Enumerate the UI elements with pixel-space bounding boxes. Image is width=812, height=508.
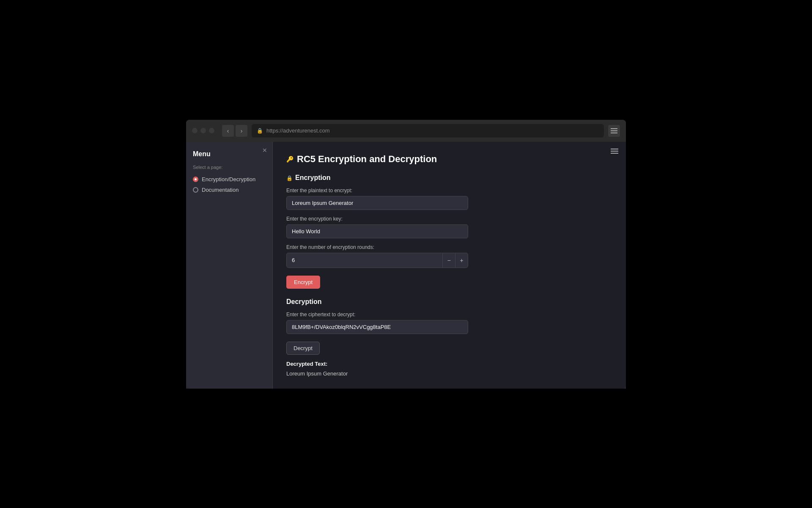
page-header: 🔑 RC5 Encryption and Decryption — [286, 154, 612, 165]
radio-encryption-decryption — [193, 177, 198, 182]
browser-content: ✕ Menu Select a page: Encryption/Decrypt… — [186, 142, 626, 389]
ciphertext-label: Enter the ciphertext to decrypt: — [286, 312, 612, 318]
radio-documentation — [193, 187, 198, 193]
sidebar-item-encryption-decryption[interactable]: Encryption/Decryption — [193, 174, 266, 185]
encryption-section-title: 🔒Encryption — [286, 174, 612, 182]
plaintext-label: Enter the plaintext to encrypt: — [286, 188, 612, 193]
hamburger-line-1 — [611, 149, 618, 149]
hamburger-menu-button[interactable] — [609, 147, 620, 155]
menu-line-2 — [611, 130, 617, 131]
encryption-section: 🔒Encryption Enter the plaintext to encry… — [286, 174, 612, 289]
sidebar-title: Menu — [193, 150, 266, 158]
sidebar-item-label-encryption: Encryption/Decryption — [202, 176, 255, 182]
browser-menu-button[interactable] — [608, 125, 620, 137]
rounds-increment-button[interactable]: + — [455, 253, 468, 268]
plaintext-input[interactable] — [286, 196, 468, 210]
address-bar[interactable]: 🔒 https://adventurenest.com — [252, 124, 604, 138]
sidebar-select-label: Select a page: — [193, 165, 266, 170]
decrypted-text-label: Decrypted Text: — [286, 361, 612, 367]
rounds-label: Enter the number of encryption rounds: — [286, 244, 612, 250]
decrypt-button[interactable]: Decrypt — [286, 342, 320, 355]
sidebar: ✕ Menu Select a page: Encryption/Decrypt… — [186, 142, 273, 389]
menu-line-3 — [611, 133, 617, 133]
forward-button[interactable]: › — [236, 125, 247, 137]
decryption-section-title: Decryption — [286, 298, 612, 306]
url-protocol: https:// — [266, 127, 283, 134]
rounds-group: Enter the number of encryption rounds: −… — [286, 244, 612, 268]
key-input[interactable] — [286, 224, 468, 238]
decrypted-text-value: Loreum Ipsum Generator — [286, 370, 612, 377]
sidebar-close-button[interactable]: ✕ — [262, 147, 267, 154]
menu-line-1 — [611, 128, 617, 129]
nav-buttons: ‹ › — [222, 125, 247, 137]
url-text: https://adventurenest.com — [266, 127, 330, 134]
sidebar-item-label-documentation: Documentation — [202, 187, 239, 193]
sidebar-item-documentation[interactable]: Documentation — [193, 185, 266, 195]
close-traffic-light[interactable] — [192, 128, 198, 133]
back-button[interactable]: ‹ — [222, 125, 234, 137]
key-label: Enter the encryption key: — [286, 216, 612, 222]
encryption-section-icon: 🔒 — [286, 175, 293, 181]
maximize-traffic-light[interactable] — [209, 128, 214, 133]
traffic-lights — [192, 128, 214, 133]
page-header-icon: 🔑 — [286, 156, 294, 163]
lock-icon: 🔒 — [257, 128, 263, 134]
plaintext-group: Enter the plaintext to encrypt: — [286, 188, 612, 210]
rounds-input[interactable] — [287, 254, 442, 267]
browser-titlebar: ‹ › 🔒 https://adventurenest.com — [186, 120, 626, 142]
decryption-section: Decryption Enter the ciphertext to decry… — [286, 298, 612, 377]
minimize-traffic-light[interactable] — [200, 128, 206, 133]
encrypt-button[interactable]: Encrypt — [286, 276, 320, 289]
main-content: 🔑 RC5 Encryption and Decryption 🔒Encrypt… — [273, 142, 626, 389]
hamburger-line-2 — [611, 151, 618, 152]
rounds-input-wrapper: − + — [286, 253, 468, 268]
page-title: RC5 Encryption and Decryption — [297, 154, 437, 165]
url-domain: adventurenest.com — [283, 127, 330, 134]
ciphertext-group: Enter the ciphertext to decrypt: — [286, 312, 612, 334]
hamburger-line-3 — [611, 153, 618, 154]
key-group: Enter the encryption key: — [286, 216, 612, 238]
rounds-decrement-button[interactable]: − — [442, 253, 455, 268]
ciphertext-input[interactable] — [286, 320, 468, 334]
